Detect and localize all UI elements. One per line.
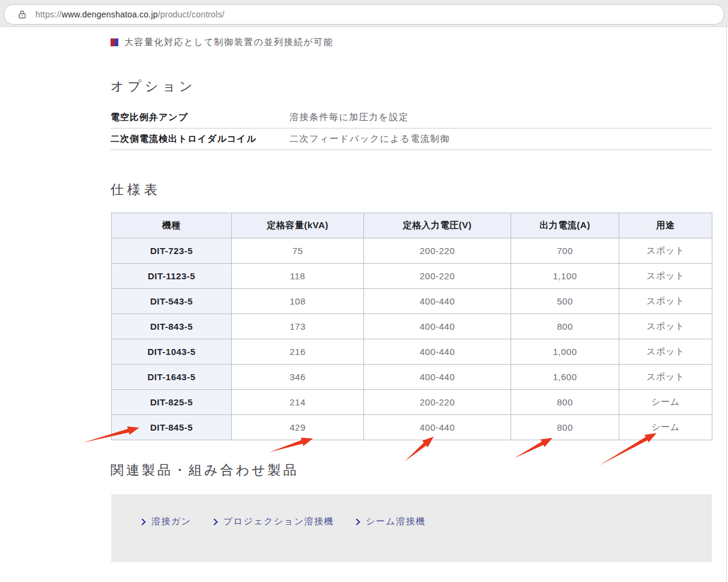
model-cell: DIT-845-5 xyxy=(112,415,232,440)
spec-table: 機種 定格容量(kVA) 定格入力電圧(V) 出力電流(A) 用途 DIT-72… xyxy=(111,213,712,440)
value-cell: 400-440 xyxy=(364,415,511,440)
col-header-model: 機種 xyxy=(112,213,232,238)
spec-header-row: 機種 定格容量(kVA) 定格入力電圧(V) 出力電流(A) 用途 xyxy=(112,213,712,238)
related-link-溶接ガン[interactable]: 溶接ガン xyxy=(140,516,192,527)
spec-row-DIT-843-5: DIT-843-5173400-440800スポット xyxy=(112,314,712,339)
model-cell: DIT-1043-5 xyxy=(112,339,232,365)
page: https://www.dengenshatoa.co.jp/product/c… xyxy=(0,0,728,582)
spec-row-DIT-1123-5: DIT-1123-5118200-2201,100スポット xyxy=(112,264,712,289)
value-cell: 1,000 xyxy=(511,339,619,365)
chevron-right-icon xyxy=(139,518,145,525)
option-description: 二次フィードバックによる電流制御 xyxy=(290,133,450,145)
model-cell: DIT-543-5 xyxy=(112,289,232,314)
value-cell: スポット xyxy=(619,264,712,289)
value-cell: 400-440 xyxy=(364,289,511,314)
value-cell: スポット xyxy=(619,238,712,264)
value-cell: シーム xyxy=(619,390,712,415)
value-cell: 346 xyxy=(232,365,364,390)
value-cell: 75 xyxy=(232,238,364,264)
value-cell: 118 xyxy=(232,264,364,289)
value-cell: 700 xyxy=(511,238,619,264)
spec-section-title: 仕様表 xyxy=(111,181,161,199)
url-host: www.dengenshatoa.co.jp xyxy=(62,10,158,19)
col-header-use: 用途 xyxy=(619,213,712,238)
value-cell: 800 xyxy=(511,415,619,440)
value-cell: 400-440 xyxy=(364,365,511,390)
model-cell: DIT-1123-5 xyxy=(112,264,232,289)
url-path: /product/controls/ xyxy=(158,10,225,19)
value-cell: 429 xyxy=(232,415,364,440)
value-cell: 400-440 xyxy=(364,339,511,365)
related-link-label: 溶接ガン xyxy=(151,516,192,527)
value-cell: 1,600 xyxy=(511,365,619,390)
value-cell: 200-220 xyxy=(364,238,511,264)
option-row: 電空比例弁アンプ 溶接条件毎に加圧力を設定 xyxy=(111,107,712,129)
value-cell: 200-220 xyxy=(364,390,511,415)
address-bar[interactable]: https://www.dengenshatoa.co.jp/product/c… xyxy=(4,4,724,25)
value-cell: 200-220 xyxy=(364,264,511,289)
related-link-label: プロジェクション溶接機 xyxy=(223,516,334,527)
chevron-right-icon xyxy=(353,518,360,525)
related-section-title: 関連製品・組み合わせ製品 xyxy=(111,461,299,479)
spec-row-DIT-1643-5: DIT-1643-5346400-4401,600スポット xyxy=(112,365,712,390)
col-header-capacity: 定格容量(kVA) xyxy=(232,213,364,238)
value-cell: スポット xyxy=(619,314,712,339)
value-cell: 500 xyxy=(511,289,619,314)
value-cell: シーム xyxy=(619,415,712,440)
lock-icon[interactable] xyxy=(17,10,27,19)
option-label: 電空比例弁アンプ xyxy=(111,112,290,123)
spec-table-wrap: 機種 定格容量(kVA) 定格入力電圧(V) 出力電流(A) 用途 DIT-72… xyxy=(111,213,712,440)
options-table: 電空比例弁アンプ 溶接条件毎に加圧力を設定 二次側電流検出トロイダルコイル 二次… xyxy=(111,107,712,150)
value-cell: 400-440 xyxy=(364,314,511,339)
value-cell: 173 xyxy=(232,314,364,339)
col-header-output-current: 出力電流(A) xyxy=(511,213,619,238)
spec-row-DIT-825-5: DIT-825-5214200-220800シーム xyxy=(112,390,712,415)
col-header-input-voltage: 定格入力電圧(V) xyxy=(364,213,511,238)
value-cell: スポット xyxy=(619,365,712,390)
feature-bullet-line: 大容量化対応として制御装置の並列接続が可能 xyxy=(111,37,333,48)
option-label: 二次側電流検出トロイダルコイル xyxy=(111,133,290,145)
bullet-square-icon xyxy=(111,38,118,46)
url-text[interactable]: https://www.dengenshatoa.co.jp/product/c… xyxy=(35,10,225,19)
option-description: 溶接条件毎に加圧力を設定 xyxy=(290,112,409,123)
spec-row-DIT-845-5: DIT-845-5429400-440800シーム xyxy=(112,415,712,440)
related-link-プロジェクション溶接機[interactable]: プロジェクション溶接機 xyxy=(212,516,334,527)
value-cell: 800 xyxy=(511,314,619,339)
red-arrow-annotation xyxy=(405,437,434,461)
spec-row-DIT-723-5: DIT-723-575200-220700スポット xyxy=(112,238,712,264)
model-cell: DIT-723-5 xyxy=(112,238,232,264)
window-right-edge xyxy=(726,27,727,582)
value-cell: スポット xyxy=(619,289,712,314)
option-row: 二次側電流検出トロイダルコイル 二次フィードバックによる電流制御 xyxy=(111,129,712,150)
related-products-box: 溶接ガンプロジェクション溶接機シーム溶接機 xyxy=(111,494,712,562)
value-cell: 108 xyxy=(232,289,364,314)
feature-bullet-text: 大容量化対応として制御装置の並列接続が可能 xyxy=(124,37,333,48)
related-link-シーム溶接機[interactable]: シーム溶接機 xyxy=(354,516,426,527)
model-cell: DIT-843-5 xyxy=(112,314,232,339)
value-cell: 214 xyxy=(232,390,364,415)
model-cell: DIT-1643-5 xyxy=(112,365,232,390)
value-cell: 800 xyxy=(511,390,619,415)
url-scheme: https:// xyxy=(35,10,62,19)
model-cell: DIT-825-5 xyxy=(112,390,232,415)
red-arrow-annotation xyxy=(514,438,553,458)
spec-row-DIT-543-5: DIT-543-5108400-440500スポット xyxy=(112,289,712,314)
value-cell: スポット xyxy=(619,339,712,365)
related-link-label: シーム溶接機 xyxy=(366,516,426,527)
value-cell: 216 xyxy=(232,339,364,365)
browser-toolbar: https://www.dengenshatoa.co.jp/product/c… xyxy=(0,0,728,27)
spec-row-DIT-1043-5: DIT-1043-5216400-4401,000スポット xyxy=(112,339,712,365)
value-cell: 1,100 xyxy=(511,264,619,289)
options-section-title: オプション xyxy=(111,77,196,95)
chevron-right-icon xyxy=(211,518,217,525)
